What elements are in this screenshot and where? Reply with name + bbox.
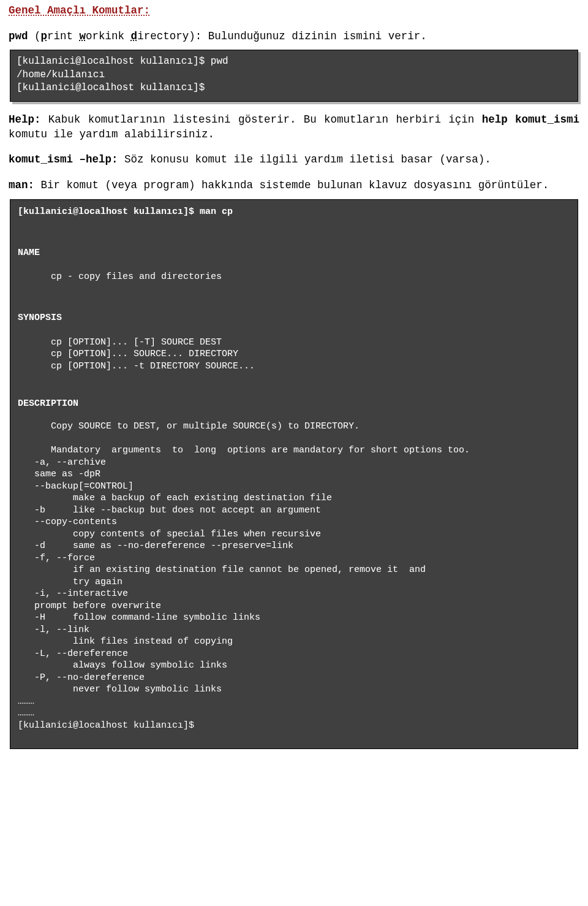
help-description: Help: Kabuk komutlarının listesini göste… xyxy=(9,113,579,142)
text: komutu ile yardım alabilirsiniz. xyxy=(9,128,214,140)
terminal-line: [kullanici@localhost kullanıcı]$ xyxy=(17,82,205,93)
man-opt: always follow symbolic links xyxy=(18,660,227,671)
cmd-help-komut: help komut_ismi xyxy=(482,113,579,126)
man-opt: never follow symbolic links xyxy=(18,684,222,695)
man-section-synopsis: SYNOPSIS xyxy=(18,312,570,324)
cmd-komut-help: komut_ismi –help: xyxy=(9,153,118,166)
terminal-box-man: [kullanici@localhost kullanıcı]$ man cp … xyxy=(10,199,578,750)
man-opt: -L, --dereference xyxy=(18,649,128,659)
man-dots: ……… xyxy=(18,708,34,718)
section-heading: Genel Amaçlı Komutlar: xyxy=(9,4,579,18)
letter-p: p xyxy=(41,30,48,42)
man-opt: -H follow command-line symbolic links xyxy=(18,612,260,623)
text: Kabuk komutlarının listesini gösterir. B… xyxy=(41,113,482,126)
man-opt: prompt before overwrite xyxy=(18,601,161,611)
man-opt: -P, --no-dereference xyxy=(18,672,145,683)
man-opt: -i, --interactive xyxy=(18,588,128,599)
man-opt: -a, --archive xyxy=(18,457,106,468)
letter-w: w xyxy=(80,30,86,42)
man-syn-line: cp [OPTION]... -t DIRECTORY SOURCE... xyxy=(18,360,570,373)
terminal-box-pwd: [kullanici@localhost kullanıcı]$ pwd /ho… xyxy=(10,50,578,102)
pwd-description: pwd (print workink directory): Bulunduğu… xyxy=(9,29,579,44)
man-dots: ……… xyxy=(18,696,34,707)
man-opt: --backup[=CONTROL] xyxy=(18,481,134,492)
terminal-line: /home/kullanıcı xyxy=(17,69,105,80)
man-opt: make a backup of each existing destinati… xyxy=(18,493,332,503)
document-page: Genel Amaçlı Komutlar: pwd (print workin… xyxy=(0,0,588,761)
letter-d: d xyxy=(131,30,138,42)
man-section-description: DESCRIPTION xyxy=(18,398,570,410)
text: ( xyxy=(34,30,41,42)
man-opt: link files instead of copying xyxy=(18,636,233,647)
man-description: man: Bir komut (veya program) hakkında s… xyxy=(9,178,579,193)
terminal-prompt-line: [kullanici@localhost kullanıcı]$ xyxy=(18,720,194,731)
terminal-line: [kullanici@localhost kullanıcı]$ pwd xyxy=(17,56,228,67)
terminal-cmd-line: [kullanici@localhost kullanıcı]$ man cp xyxy=(18,207,233,217)
man-opt: -f, --force xyxy=(18,553,95,563)
text: orkink xyxy=(86,30,131,42)
man-section-name: NAME xyxy=(18,247,570,259)
man-opt: --copy-contents xyxy=(18,517,117,527)
man-opt: if an existing destination file cannot b… xyxy=(18,565,426,575)
man-opt: same as -dpR xyxy=(18,469,100,479)
man-name-line: cp - copy files and directories xyxy=(18,271,570,283)
cmd-help: Help: xyxy=(9,113,41,126)
cmd-pwd: pwd xyxy=(9,30,28,42)
cmd-man: man: xyxy=(9,179,34,191)
man-opt: copy contents of special files when recu… xyxy=(18,529,321,539)
man-opt: -b like --backup but does not accept an … xyxy=(18,505,321,516)
man-syn-line: cp [OPTION]... [-T] SOURCE DEST xyxy=(18,337,570,349)
komut-help-description: komut_ismi –help: Söz konusu komut ile i… xyxy=(9,153,579,167)
text: Söz konusu komut ile ilgili yardım ileti… xyxy=(118,153,491,166)
man-desc-line: Copy SOURCE to DEST, or multiple SOURCE(… xyxy=(18,421,570,433)
man-opt: try again xyxy=(18,577,123,587)
text: Bir komut (veya program) hakkında sistem… xyxy=(34,179,549,191)
text: irectory): Bulunduğunuz dizinin ismini v… xyxy=(137,30,427,42)
man-syn-line: cp [OPTION]... SOURCE... DIRECTORY xyxy=(18,348,570,360)
man-desc-line: Mandatory arguments to long options are … xyxy=(18,444,520,457)
man-opt: -d same as --no-dereference --preserve=l… xyxy=(18,541,293,551)
text: rint xyxy=(47,30,80,42)
man-opt: -l, --link xyxy=(18,625,89,635)
